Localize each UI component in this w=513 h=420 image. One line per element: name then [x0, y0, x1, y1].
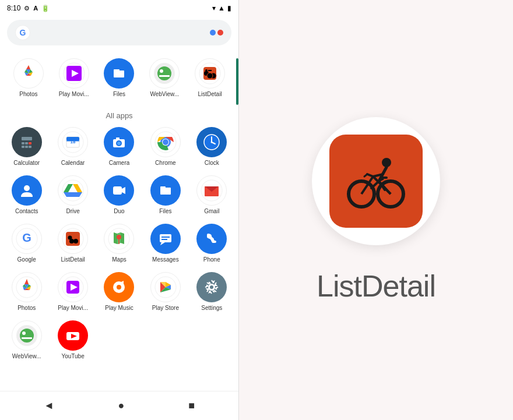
dot-blue	[210, 30, 216, 36]
phone-panel: 8:10 ⚙ A 🔋 ▾ ▲ ▮ G	[0, 0, 239, 420]
status-right: ▾ ▲ ▮	[212, 4, 231, 12]
drive-label: Drive	[66, 208, 79, 214]
app-messages[interactable]: Messages	[142, 219, 188, 267]
svg-rect-82	[160, 234, 171, 242]
calendar-icon: 18	[58, 127, 88, 157]
svg-rect-13	[118, 70, 124, 77]
chrome-label: Chrome	[155, 160, 176, 166]
svg-rect-31	[25, 146, 28, 148]
app-clock[interactable]: Clock	[189, 122, 235, 171]
listdetail-top-label: ListDetail	[198, 91, 222, 97]
search-bar[interactable]: G	[7, 20, 231, 45]
photos-top-icon	[13, 58, 44, 89]
app-phone[interactable]: Phone	[189, 219, 235, 267]
recents-button[interactable]: ■	[188, 400, 195, 412]
app-calculator[interactable]: Calculator	[3, 122, 50, 171]
svg-point-23	[205, 69, 208, 72]
app-gmail[interactable]: Gmail	[189, 171, 235, 219]
photos2-label: Photos	[17, 305, 36, 311]
app-camera[interactable]: Camera	[96, 122, 142, 171]
camera-label: Camera	[109, 160, 130, 166]
svg-line-116	[367, 174, 373, 177]
app-grid: Calculator 18 Calendar	[3, 122, 235, 364]
svg-rect-61	[113, 186, 122, 195]
listdetail2-icon	[58, 224, 88, 254]
status-time: 8:10	[7, 4, 20, 12]
top-app-playmovies[interactable]: Play Movi...	[57, 54, 92, 102]
svg-point-15	[157, 66, 171, 80]
phone-label: Phone	[203, 256, 220, 263]
listdetail-top-icon	[195, 58, 225, 89]
app-listdetail2[interactable]: ListDetail	[50, 219, 96, 267]
app-maps[interactable]: Maps	[96, 219, 142, 267]
messages-icon	[150, 224, 181, 254]
gmail-icon	[196, 175, 227, 206]
svg-point-93	[117, 285, 121, 290]
svg-point-98	[210, 285, 213, 289]
svg-rect-26	[22, 137, 32, 140]
app-photos2[interactable]: Photos	[3, 267, 50, 316]
app-playstore[interactable]: Play Store	[142, 267, 188, 316]
svg-rect-64	[160, 186, 166, 195]
svg-point-16	[160, 69, 163, 73]
top-apps-row: Photos Play Movi... Files	[0, 49, 238, 107]
app-files2[interactable]: Files	[142, 171, 188, 219]
maps-icon	[104, 224, 134, 254]
messages-label: Messages	[152, 256, 179, 263]
app-chrome[interactable]: Chrome	[142, 122, 188, 171]
webview-top-icon	[149, 58, 180, 89]
svg-rect-30	[22, 146, 24, 148]
phone-icon	[196, 224, 227, 254]
files-top-icon	[104, 58, 134, 89]
svg-rect-32	[29, 146, 31, 148]
top-app-listdetail[interactable]: ListDetail	[192, 54, 227, 102]
app-playmovies2[interactable]: Play Movi...	[50, 267, 96, 316]
dot-red	[217, 30, 223, 36]
app-calendar[interactable]: 18 Calendar	[50, 122, 96, 171]
top-app-photos[interactable]: Photos	[11, 54, 46, 102]
back-button[interactable]: ◄	[44, 400, 54, 412]
app-playmusic[interactable]: Play Music	[96, 267, 142, 316]
app-drive[interactable]: Drive	[50, 171, 96, 219]
svg-point-47	[163, 139, 168, 145]
home-button[interactable]: ●	[118, 400, 125, 412]
signal-icon: ▲	[218, 4, 225, 12]
svg-rect-29	[29, 142, 31, 144]
clock-label: Clock	[205, 160, 219, 166]
google-label: Google	[17, 256, 36, 263]
app-google[interactable]: G Google	[3, 219, 50, 267]
svg-rect-27	[22, 142, 24, 144]
svg-rect-28	[25, 142, 28, 144]
svg-point-54	[24, 185, 30, 191]
photos-top-label: Photos	[19, 91, 37, 97]
top-app-files[interactable]: Files	[101, 54, 136, 102]
google-dots	[210, 30, 223, 36]
svg-point-52	[211, 142, 213, 143]
camera-icon	[104, 127, 134, 157]
duo-icon	[104, 175, 134, 206]
duo-label: Duo	[114, 208, 124, 214]
nav-bar: ◄ ● ■	[0, 391, 238, 420]
playmusic-label: Play Music	[105, 305, 133, 311]
files-top-label: Files	[113, 91, 125, 97]
svg-point-41	[117, 142, 121, 145]
webview2-label: WebView...	[12, 353, 41, 359]
svg-marker-1	[26, 65, 30, 69]
top-app-webview[interactable]: WebView...	[147, 54, 182, 102]
playstore-label: Play Store	[152, 305, 179, 311]
app-logo-circle	[312, 117, 440, 245]
playmovies2-label: Play Movi...	[58, 305, 88, 311]
app-settings[interactable]: Settings	[189, 267, 235, 316]
all-apps-section: All apps Calculator	[0, 107, 238, 391]
google-icon: G	[12, 224, 42, 254]
app-contacts[interactable]: Contacts	[3, 171, 50, 219]
svg-rect-73	[66, 232, 80, 246]
maps-label: Maps	[112, 256, 126, 263]
google-logo: G	[15, 25, 30, 40]
svg-point-100	[20, 329, 34, 343]
app-duo[interactable]: Duo	[96, 171, 142, 219]
app-youtube[interactable]: YouTube	[50, 316, 96, 364]
battery-status-icon: 🔋	[41, 5, 50, 12]
status-bar: 8:10 ⚙ A 🔋 ▾ ▲ ▮	[0, 0, 238, 16]
app-webview2[interactable]: WebView...	[3, 316, 50, 364]
